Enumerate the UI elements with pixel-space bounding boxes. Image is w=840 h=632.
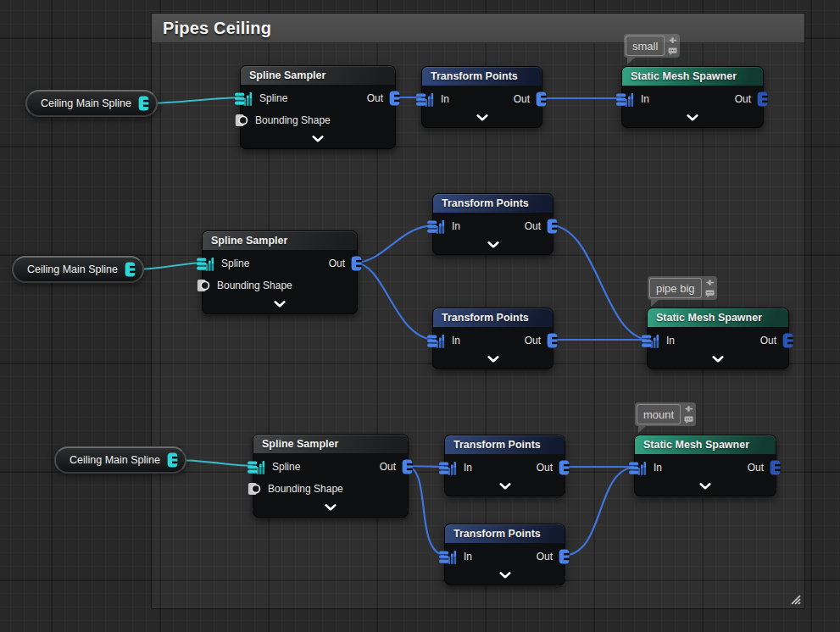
pin-label: Out: [748, 462, 764, 474]
comment-text-field[interactable]: small: [626, 36, 665, 56]
transform-points-node-2[interactable]: Transform Points In Out: [432, 193, 554, 255]
node-comment-bubble-mount[interactable]: mount: [635, 402, 696, 426]
node-header[interactable]: Transform Points: [433, 194, 553, 213]
node-title: Transform Points: [431, 70, 518, 82]
node-header[interactable]: Spline Sampler: [203, 231, 357, 250]
out-pin-icon[interactable]: [547, 333, 558, 348]
transform-points-node-5[interactable]: Transform Points In Out: [444, 524, 565, 585]
pin-label: In: [641, 93, 649, 105]
bounding-shape-pin-icon[interactable]: [235, 113, 248, 128]
in-pin-icon[interactable]: [439, 549, 457, 564]
pushpin-icon[interactable]: [684, 405, 693, 413]
pin-label: In: [441, 93, 449, 105]
out-pin-icon[interactable]: [757, 91, 768, 107]
out-pin-icon[interactable]: [559, 460, 570, 475]
node-header[interactable]: Spline Sampler: [241, 66, 395, 85]
spline-sampler-node-1[interactable]: Spline Sampler Spline Out Bounding Shape: [240, 65, 396, 149]
out-pin-icon[interactable]: [782, 333, 793, 348]
node-header[interactable]: Transform Points: [445, 524, 565, 543]
in-pin-icon[interactable]: [642, 333, 659, 348]
bounding-shape-pin-icon[interactable]: [197, 278, 210, 293]
out-pin-icon[interactable]: [547, 219, 558, 234]
out-pin-icon[interactable]: [351, 256, 362, 271]
pin-label: In: [666, 335, 675, 346]
chevron-down-icon[interactable]: [325, 504, 337, 511]
pin-label: In: [464, 551, 472, 563]
graph-canvas[interactable]: Pipes Ceiling Ceiling Main Spline Ceilin…: [0, 0, 840, 632]
pin-label: Spline: [272, 461, 300, 473]
comment-header[interactable]: Pipes Ceiling: [152, 14, 804, 43]
chevron-down-icon[interactable]: [274, 301, 286, 308]
node-comment-bubble-small[interactable]: small: [624, 34, 680, 58]
node-header[interactable]: Static Mesh Spawner: [635, 435, 776, 454]
node-header[interactable]: Spline Sampler: [253, 435, 408, 453]
transform-points-node-4[interactable]: Transform Points In Out: [444, 435, 565, 496]
spline-sampler-node-3[interactable]: Spline Sampler Spline Out Bounding Shape: [253, 434, 409, 518]
pin-label: Out: [735, 93, 751, 105]
static-mesh-spawner-node-2[interactable]: Static Mesh Spawner In Out: [647, 308, 789, 369]
comment-text-field[interactable]: pipe big: [649, 278, 702, 298]
chevron-down-icon[interactable]: [487, 241, 499, 248]
pin-label: Out: [514, 93, 530, 105]
node-header[interactable]: Static Mesh Spawner: [622, 67, 763, 86]
speech-bubble-icon[interactable]: [684, 416, 693, 424]
pin-label: In: [452, 220, 460, 232]
in-pin-icon[interactable]: [416, 91, 434, 107]
spline-input-pin-icon[interactable]: [248, 459, 265, 474]
node-header[interactable]: Transform Points: [422, 67, 542, 86]
spline-output-pin-icon[interactable]: [167, 452, 178, 468]
comment-text: mount: [643, 408, 674, 421]
chevron-down-icon[interactable]: [712, 356, 724, 363]
node-comment-bubble-pipe-big[interactable]: pipe big: [648, 276, 717, 300]
reroute-node-ceiling-main-spline-2[interactable]: Ceiling Main Spline: [12, 256, 144, 283]
static-mesh-spawner-node-1[interactable]: Static Mesh Spawner In Out: [621, 66, 764, 128]
bubble-tail: [651, 300, 659, 307]
pin-label: Out: [367, 92, 383, 104]
node-title: Static Mesh Spawner: [631, 70, 737, 82]
speech-bubble-icon[interactable]: [705, 290, 715, 297]
out-pin-icon[interactable]: [402, 459, 413, 474]
chevron-down-icon[interactable]: [499, 483, 511, 490]
out-pin-icon[interactable]: [559, 549, 570, 564]
in-pin-icon[interactable]: [427, 333, 445, 348]
in-pin-icon[interactable]: [616, 91, 634, 107]
comment-text-field[interactable]: mount: [637, 404, 681, 424]
comment-text: small: [632, 40, 658, 53]
bounding-shape-pin-icon[interactable]: [248, 481, 261, 496]
comment-resize-handle-icon[interactable]: [789, 593, 803, 607]
pin-label: Bounding Shape: [217, 280, 292, 291]
node-header[interactable]: Transform Points: [433, 308, 553, 327]
comment-text: pipe big: [656, 282, 695, 295]
chevron-down-icon[interactable]: [487, 356, 499, 363]
reroute-node-ceiling-main-spline-3[interactable]: Ceiling Main Spline: [54, 446, 186, 474]
chevron-down-icon[interactable]: [499, 572, 511, 579]
speech-bubble-icon[interactable]: [668, 47, 677, 55]
in-pin-icon[interactable]: [439, 460, 457, 475]
reroute-label: Ceiling Main Spline: [25, 263, 120, 275]
spline-output-pin-icon[interactable]: [125, 262, 136, 277]
transform-points-node-1[interactable]: Transform Points In Out: [421, 66, 542, 128]
in-pin-icon[interactable]: [629, 460, 647, 475]
pushpin-icon[interactable]: [705, 279, 715, 287]
chevron-down-icon[interactable]: [312, 136, 324, 142]
static-mesh-spawner-node-3[interactable]: Static Mesh Spawner In Out: [634, 435, 776, 496]
pin-label: Out: [537, 551, 553, 563]
in-pin-icon[interactable]: [427, 219, 445, 234]
spline-input-pin-icon[interactable]: [197, 256, 214, 271]
node-header[interactable]: Static Mesh Spawner: [648, 308, 788, 327]
out-pin-icon[interactable]: [536, 91, 547, 107]
spline-sampler-node-2[interactable]: Spline Sampler Spline Out Bounding Shape: [202, 230, 358, 314]
spline-input-pin-icon[interactable]: [235, 91, 253, 106]
pin-label: Bounding Shape: [255, 114, 331, 126]
chevron-down-icon[interactable]: [699, 483, 711, 490]
pushpin-icon[interactable]: [668, 36, 677, 45]
spline-output-pin-icon[interactable]: [138, 96, 149, 111]
chevron-down-icon[interactable]: [687, 114, 698, 121]
out-pin-icon[interactable]: [389, 91, 400, 106]
reroute-node-ceiling-main-spline-1[interactable]: Ceiling Main Spline: [25, 90, 158, 117]
node-header[interactable]: Transform Points: [445, 435, 565, 454]
chevron-down-icon[interactable]: [476, 114, 488, 121]
out-pin-icon[interactable]: [770, 460, 781, 475]
pin-label: Out: [760, 335, 776, 346]
transform-points-node-3[interactable]: Transform Points In Out: [432, 308, 554, 369]
